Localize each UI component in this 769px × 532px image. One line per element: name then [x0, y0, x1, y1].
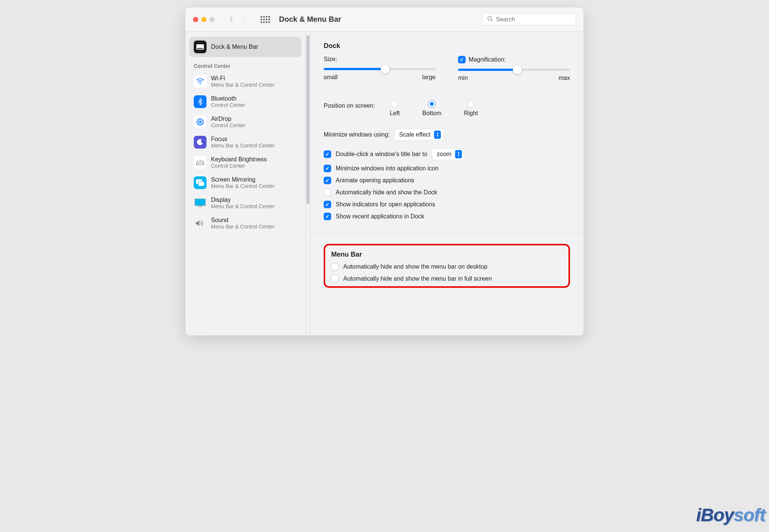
- sidebar-item-label: Sound: [211, 217, 274, 224]
- menubar-highlight: Menu Bar Automatically hide and show the…: [324, 244, 570, 288]
- sidebar-item-label: AirDrop: [211, 116, 245, 122]
- sidebar-item-focus[interactable]: FocusMenu Bar & Control Center: [189, 132, 302, 152]
- close-icon[interactable]: [193, 17, 198, 22]
- autohide-dock-label: Automatically hide and show the Dock: [336, 189, 437, 196]
- back-button[interactable]: 〈: [225, 14, 234, 25]
- svg-rect-15: [198, 206, 202, 207]
- svg-point-4: [199, 83, 201, 84]
- sidebar-item-keyboard-brightness[interactable]: Keyboard BrightnessControl Center: [189, 152, 302, 173]
- animate-label: Animate opening applications: [336, 177, 414, 184]
- content-pane: Dock Size: small large: [310, 32, 584, 335]
- wifi-icon: [194, 75, 207, 88]
- position-left-radio[interactable]: [391, 100, 398, 108]
- updown-icon: ▲▼: [434, 131, 441, 139]
- position-bottom-label: Bottom: [422, 110, 442, 117]
- display-icon: [194, 197, 207, 209]
- sidebar-item-subtitle: Menu Bar & Control Center: [211, 224, 274, 230]
- sidebar-item-label: Bluetooth: [211, 95, 245, 102]
- sidebar-item-label: Dock & Menu Bar: [211, 44, 258, 50]
- sidebar-item-label: Display: [211, 197, 274, 203]
- search-input[interactable]: [496, 16, 571, 23]
- sound-icon: [194, 217, 207, 230]
- watermark: iBoysoft: [696, 505, 765, 525]
- sidebar-scrollbar[interactable]: [306, 32, 310, 335]
- sidebar-item-screen-mirroring[interactable]: Screen MirroringMenu Bar & Control Cente…: [189, 173, 302, 193]
- maximize-icon: [210, 17, 215, 22]
- doubleclick-action-select[interactable]: zoom ▲▼: [432, 148, 465, 160]
- updown-icon: ▲▼: [455, 150, 462, 158]
- minimize-into-app-checkbox[interactable]: [324, 165, 331, 172]
- svg-line-1: [491, 20, 493, 21]
- mag-max-label: max: [559, 75, 570, 81]
- svg-line-8: [197, 161, 198, 162]
- size-slider-group: Size: small large: [324, 56, 436, 81]
- show-all-icon[interactable]: [261, 16, 270, 23]
- svg-rect-13: [198, 182, 204, 186]
- scrollbar-thumb[interactable]: [306, 35, 309, 204]
- dock-icon: [194, 41, 207, 53]
- doubleclick-checkbox[interactable]: [324, 150, 331, 158]
- size-slider-knob[interactable]: [381, 65, 390, 74]
- sidebar-item-label: Keyboard Brightness: [211, 156, 267, 163]
- sidebar-item-label: Wi-Fi: [211, 75, 274, 82]
- sidebar-item-subtitle: Control Center: [211, 122, 245, 128]
- divider: [310, 233, 584, 233]
- magnification-label: Magnification:: [469, 56, 506, 63]
- sidebar-item-subtitle: Menu Bar & Control Center: [211, 82, 274, 88]
- magnification-checkbox[interactable]: [458, 56, 466, 63]
- search-field[interactable]: [482, 13, 576, 26]
- sidebar-item-subtitle: Menu Bar & Control Center: [211, 203, 274, 209]
- magnification-slider[interactable]: [458, 69, 570, 71]
- sidebar-item-wifi[interactable]: Wi-FiMenu Bar & Control Center: [189, 71, 302, 92]
- autohide-dock-checkbox[interactable]: [324, 189, 331, 196]
- size-max-label: large: [422, 74, 436, 81]
- svg-rect-14: [195, 199, 205, 206]
- position-left-label: Left: [390, 110, 400, 117]
- indicators-checkbox[interactable]: [324, 201, 331, 208]
- doubleclick-action-value: zoom: [437, 151, 451, 158]
- focus-icon: [194, 136, 207, 149]
- size-slider[interactable]: [324, 68, 436, 70]
- sidebar-item-sound[interactable]: SoundMenu Bar & Control Center: [189, 213, 302, 233]
- dock-section-title: Dock: [324, 42, 570, 50]
- magnification-slider-group: Magnification: min max: [458, 56, 570, 81]
- hide-menubar-fullscreen-checkbox[interactable]: [331, 275, 339, 283]
- sidebar-item-subtitle: Control Center: [211, 163, 267, 169]
- keyboard-brightness-icon: [194, 156, 207, 169]
- mag-min-label: min: [458, 75, 468, 81]
- svg-rect-11: [196, 163, 204, 165]
- sidebar[interactable]: Dock & Menu Bar Control Center Wi-FiMenu…: [185, 32, 306, 335]
- sidebar-item-subtitle: Menu Bar & Control Center: [211, 183, 274, 189]
- animate-checkbox[interactable]: [324, 177, 331, 184]
- window-controls: [193, 17, 215, 22]
- sidebar-item-airdrop[interactable]: AirDropControl Center: [189, 112, 302, 132]
- recent-apps-checkbox[interactable]: [324, 213, 331, 220]
- search-icon: [487, 16, 493, 23]
- hide-menubar-desktop-checkbox[interactable]: [331, 263, 339, 271]
- preferences-window: 〈 〉 Dock & Menu Bar Dock & Menu Bar Cont…: [185, 8, 584, 335]
- titlebar: 〈 〉 Dock & Menu Bar: [185, 8, 584, 32]
- sidebar-item-subtitle: Menu Bar & Control Center: [211, 143, 274, 149]
- magnification-slider-knob[interactable]: [513, 65, 522, 74]
- sidebar-item-label: Screen Mirroring: [211, 176, 274, 183]
- minimize-effect-value: Scale effect: [399, 131, 430, 138]
- sidebar-item-dock-menubar[interactable]: Dock & Menu Bar: [189, 37, 302, 57]
- minimize-effect-select[interactable]: Scale effect ▲▼: [394, 129, 444, 141]
- position-label: Position on screen:: [324, 102, 375, 109]
- window-title: Dock & Menu Bar: [279, 15, 341, 24]
- doubleclick-label: Double-click a window's title bar to: [336, 151, 427, 158]
- sidebar-item-bluetooth[interactable]: BluetoothControl Center: [189, 92, 302, 112]
- svg-point-0: [488, 17, 492, 20]
- bluetooth-icon: [194, 95, 207, 108]
- minimize-icon[interactable]: [201, 17, 207, 22]
- position-right-radio[interactable]: [467, 100, 475, 108]
- hide-menubar-desktop-label: Automatically hide and show the menu bar…: [343, 263, 487, 270]
- sidebar-item-display[interactable]: DisplayMenu Bar & Control Center: [189, 193, 302, 213]
- position-bottom-radio[interactable]: [428, 100, 436, 108]
- hide-menubar-fullscreen-label: Automatically hide and show the menu bar…: [343, 275, 492, 282]
- size-min-label: small: [324, 74, 338, 81]
- menubar-section-title: Menu Bar: [331, 251, 562, 258]
- svg-point-5: [199, 121, 201, 123]
- position-right-label: Right: [464, 110, 478, 117]
- svg-rect-3: [197, 48, 203, 49]
